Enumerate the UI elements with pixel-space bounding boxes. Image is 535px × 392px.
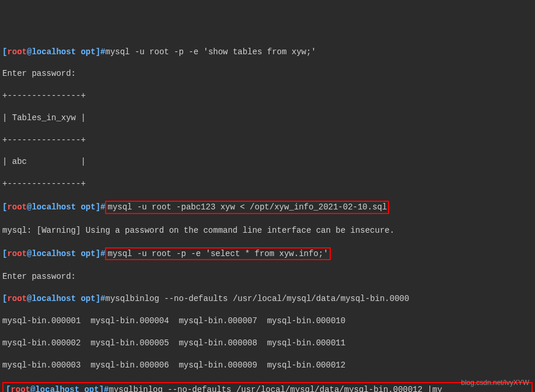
- highlighted-command: mysql -u root -pabc123 xyw < /opt/xyw_in…: [105, 201, 389, 214]
- binlog-list: mysql-bin.000002 mysql-bin.000005 mysql-…: [2, 338, 533, 349]
- prompt-user: root: [7, 47, 27, 57]
- terminal-line: [root@localhost opt]#mysql -u root -p -e…: [2, 247, 533, 261]
- highlighted-command: mysql -u root -p -e 'select * from xyw.i…: [105, 247, 330, 261]
- command-text: mysql -u root -p -e 'show tables from xy…: [105, 47, 316, 57]
- prompt-path: opt: [81, 47, 95, 57]
- table-border: +---------------+: [2, 90, 533, 102]
- table-border: +---------------+: [2, 135, 533, 146]
- highlighted-block: [root@localhost opt]#mysqlbinlog --no-de…: [2, 382, 533, 392]
- terminal-line: [root@localhost opt]#mysqlbinlog --no-de…: [2, 293, 533, 304]
- binlog-list: mysql-bin.000001 mysql-bin.000004 mysql-…: [2, 316, 533, 327]
- output-line: Enter password:: [2, 271, 533, 282]
- terminal-line: [root@localhost opt]#mysql -u root -pabc…: [2, 201, 533, 214]
- terminal-line: [root@localhost opt]#mysql -u root -p -e…: [2, 47, 533, 58]
- table-header: | Tables_in_xyw |: [2, 113, 533, 124]
- watermark: blog.csdn.net/lvyXYW: [461, 378, 529, 387]
- table-border: +---------------+: [2, 178, 533, 190]
- command-text: mysqlbinlog --no-defaults /usr/local/mys…: [105, 294, 409, 303]
- output-line: Enter password:: [2, 68, 533, 79]
- table-row: | abc |: [2, 156, 533, 167]
- warning-line: mysql: [Warning] Using a password on the…: [2, 225, 533, 236]
- prompt-host: localhost: [32, 47, 76, 57]
- binlog-list: mysql-bin.000003 mysql-bin.000006 mysql-…: [2, 360, 533, 371]
